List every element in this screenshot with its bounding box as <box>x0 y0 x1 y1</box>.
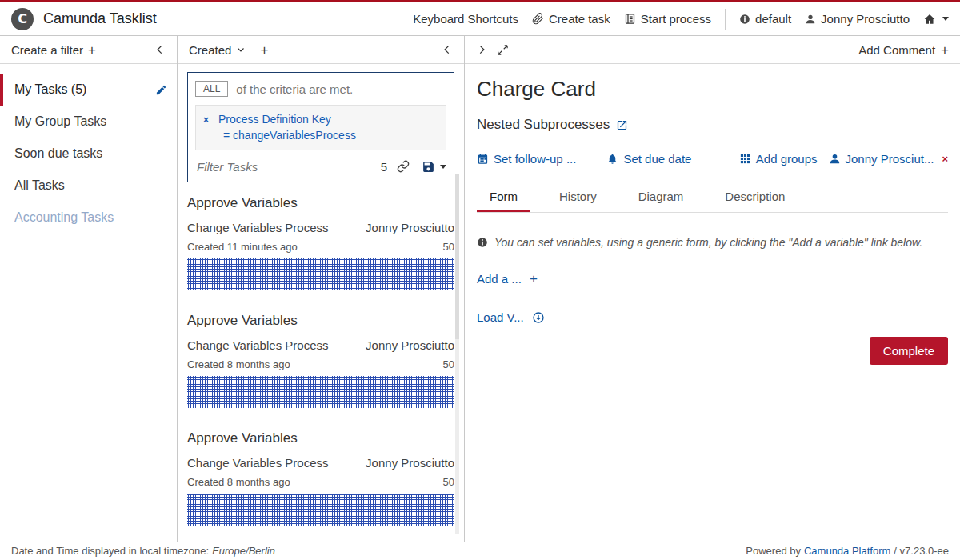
match-type-all-badge[interactable]: ALL <box>195 81 228 97</box>
keyboard-shortcuts-link[interactable]: Keyboard Shortcuts <box>413 12 518 26</box>
add-comment-link[interactable]: Add Comment + <box>858 43 949 57</box>
tab-diagram[interactable]: Diagram <box>626 182 697 212</box>
filter-item-all-tasks[interactable]: All Tasks <box>0 170 177 202</box>
complete-button[interactable]: Complete <box>870 337 948 365</box>
sort-chevron-down-icon[interactable] <box>236 45 246 54</box>
remove-assignee-x-icon[interactable]: × <box>942 153 948 165</box>
task-priority: 50 <box>443 476 454 488</box>
task-assignee: Jonny Prosciutto <box>366 456 454 470</box>
person-icon <box>805 14 816 25</box>
process-form-icon <box>624 13 636 25</box>
create-filter-link[interactable]: Create a filter <box>11 43 83 57</box>
task-process-name: Change Variables Process <box>187 456 328 470</box>
engine-selector[interactable]: default <box>739 12 791 26</box>
task-count: 5 <box>381 160 387 174</box>
save-filter-button[interactable] <box>422 160 446 174</box>
task-list-item[interactable]: Approve Variables Change Variables Proce… <box>187 430 454 526</box>
camunda-logo-icon: C <box>11 8 34 30</box>
task-priority: 50 <box>443 358 454 370</box>
external-link-icon[interactable] <box>616 119 628 131</box>
task-detail-panel: Add Comment + Charge Card Nested Subproc… <box>465 36 960 542</box>
copy-link-icon[interactable] <box>397 160 410 173</box>
task-process-name: Change Variables Process <box>187 338 328 352</box>
assignee-link[interactable]: Jonny Prosciut... <box>829 152 934 166</box>
add-sort-plus-icon[interactable]: + <box>260 43 268 57</box>
edit-filter-pencil-icon[interactable] <box>155 84 167 96</box>
filter-item-my-tasks[interactable]: My Tasks (5) <box>0 74 177 106</box>
timezone-value: Europe/Berlin <box>212 545 275 557</box>
camunda-platform-link[interactable]: Camunda Platform <box>804 545 890 557</box>
filter-item-my-group-tasks[interactable]: My Group Tasks <box>0 106 177 138</box>
chevron-down-icon <box>942 17 949 21</box>
task-list-header: Created + <box>178 36 464 64</box>
task-assignee: Jonny Prosciutto <box>366 221 454 234</box>
collapse-list-chevron-left-icon[interactable] <box>442 44 453 55</box>
filter-criteria-box: ALL of the criteria are met. ×Process De… <box>187 72 454 182</box>
filter-item-soon-due-tasks[interactable]: Soon due tasks <box>0 138 177 170</box>
user-menu[interactable]: Jonny Prosciutto <box>805 12 910 26</box>
collapse-sidebar-chevron-left-icon[interactable] <box>154 44 166 55</box>
person-icon <box>829 153 841 165</box>
task-created: Created 11 minutes ago <box>187 241 298 253</box>
powered-by-label: Powered by <box>746 545 801 557</box>
collapse-detail-chevron-right-icon[interactable] <box>476 44 487 55</box>
app-title: Camunda Tasklist <box>43 10 157 27</box>
home-menu[interactable] <box>923 13 949 26</box>
detail-tabs: Form History Diagram Description <box>477 182 948 213</box>
main-area: Create a filter + My Tasks (5) My Group … <box>0 36 960 542</box>
load-variables-link[interactable]: Load V... <box>477 310 948 324</box>
version-label: / v7.23.0-ee <box>894 545 949 557</box>
add-variable-plus-icon: + <box>530 272 538 286</box>
detail-header: Add Comment + <box>465 36 960 64</box>
process-definition-name: Nested Subprocesses <box>477 117 610 133</box>
match-type-text: of the criteria are met. <box>236 82 353 96</box>
task-title: Charge Card <box>477 77 948 102</box>
add-variable-link[interactable]: Add a ... + <box>477 272 948 286</box>
task-variables-placeholder <box>187 376 454 408</box>
task-variables-placeholder <box>187 494 454 526</box>
download-circle-icon <box>532 311 545 324</box>
set-follow-up-link[interactable]: Set follow-up ... <box>477 152 576 166</box>
calendar-icon <box>477 153 489 165</box>
tab-form[interactable]: Form <box>477 182 530 212</box>
task-actions-row: Set follow-up ... Set due date <box>477 152 948 166</box>
info-icon <box>739 14 750 25</box>
sort-by-created-dropdown[interactable]: Created <box>189 43 231 57</box>
groups-grid-icon <box>739 153 751 165</box>
task-list-item[interactable]: Approve Variables Change Variables Proce… <box>187 313 454 408</box>
info-icon <box>477 237 488 248</box>
task-list-column: Created + ALL of the criteria are met. ×… <box>178 36 465 542</box>
task-list-item[interactable]: Approve Variables Change Variables Proce… <box>187 195 454 290</box>
start-process-link[interactable]: Start process <box>624 12 711 26</box>
tab-description[interactable]: Description <box>712 182 798 212</box>
criteria-chip[interactable]: ×Process Definition Key = changeVariable… <box>195 105 446 150</box>
filter-item-accounting-tasks[interactable]: Accounting Tasks <box>0 202 177 234</box>
filter-tasks-input[interactable] <box>195 159 381 174</box>
task-process-name: Change Variables Process <box>187 221 328 234</box>
criteria-value: = changeVariablesProcess <box>223 127 438 143</box>
task-priority: 50 <box>443 241 454 253</box>
sidebar-header: Create a filter + <box>0 36 177 64</box>
app-header: C Camunda Tasklist Keyboard Shortcuts Cr… <box>0 2 960 36</box>
task-list-scrollbar[interactable] <box>455 174 459 534</box>
task-assignee: Jonny Prosciutto <box>366 338 454 352</box>
home-icon <box>923 13 936 26</box>
expand-fullscreen-icon[interactable] <box>497 44 509 56</box>
footer: Date and Time displayed in local timezon… <box>0 542 960 559</box>
task-created: Created 8 months ago <box>187 476 290 488</box>
bell-icon <box>606 153 618 165</box>
remove-criteria-x-icon[interactable]: × <box>203 114 209 126</box>
add-filter-plus-icon[interactable]: + <box>88 43 96 57</box>
filter-list: My Tasks (5) My Group Tasks Soon due tas… <box>0 64 177 234</box>
filters-sidebar: Create a filter + My Tasks (5) My Group … <box>0 36 178 542</box>
form-info-note: You can set variables, using a generic f… <box>477 236 948 249</box>
header-nav: Keyboard Shortcuts Create task Start pro… <box>413 9 949 30</box>
tab-history[interactable]: History <box>546 182 610 212</box>
save-chevron-down-icon <box>440 165 446 169</box>
timezone-label: Date and Time displayed in local timezon… <box>11 545 209 557</box>
add-groups-link[interactable]: Add groups <box>739 152 818 166</box>
set-due-date-link[interactable]: Set due date <box>606 152 691 166</box>
task-list: Approve Variables Change Variables Proce… <box>178 187 464 542</box>
create-task-link[interactable]: Create task <box>532 12 610 26</box>
save-floppy-icon <box>422 160 435 174</box>
